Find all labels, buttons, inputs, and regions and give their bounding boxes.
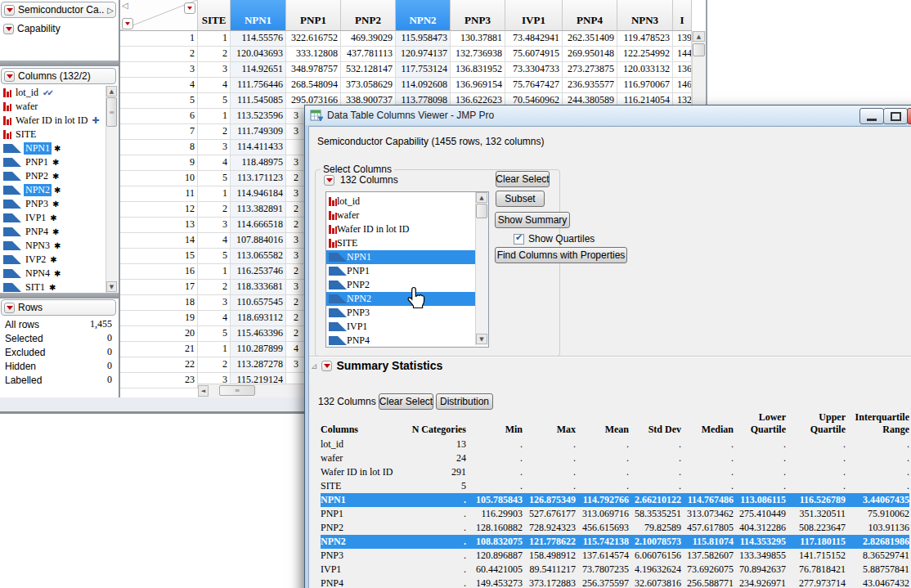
row-number-cell[interactable]: 14 — [120, 233, 198, 249]
grid-column-header[interactable]: IVP1 — [505, 0, 563, 31]
data-cell[interactable]: 120.033132 — [617, 62, 673, 78]
columns-scrollbar[interactable]: ▲ ≡ ▼ — [105, 86, 118, 293]
data-cell[interactable]: 107.884016 — [231, 233, 286, 249]
data-cell[interactable]: 4 — [198, 155, 231, 171]
data-cell[interactable]: 236.935577 — [563, 78, 617, 93]
dialog-column-item[interactable]: IVP1 — [326, 320, 488, 334]
minimize-button[interactable] — [859, 108, 884, 124]
chevron-right-icon[interactable]: ▷ — [107, 6, 115, 15]
distribution-button[interactable]: Distribution — [436, 393, 493, 410]
sidebar-column-item[interactable]: IVP2✱ — [0, 253, 105, 267]
data-cell[interactable]: 3 — [198, 295, 231, 311]
data-cell[interactable]: 348.978757 — [286, 62, 341, 78]
data-cell[interactable]: 114.55576 — [231, 31, 286, 47]
red-triangle-icon[interactable] — [4, 303, 15, 313]
dialog-column-item[interactable]: Wafer ID in lot ID — [326, 222, 488, 236]
row-number-cell[interactable]: 17 — [120, 280, 198, 295]
sidebar-column-item[interactable]: PNP2✱ — [0, 169, 105, 183]
red-triangle-icon[interactable] — [4, 5, 15, 16]
row-number-cell[interactable]: 3 — [120, 62, 198, 78]
table-panel-header[interactable]: Semiconductor Ca... ▷ — [1, 2, 116, 18]
data-cell[interactable]: 113.523596 — [231, 109, 286, 124]
data-cell[interactable]: 118.333681 — [231, 280, 286, 295]
dialog-column-item[interactable]: PNP4 — [326, 334, 488, 348]
data-cell[interactable]: 111.545085 — [231, 93, 286, 109]
summary-row[interactable]: PNP3.120.896887158.498912137.6145746.060… — [321, 549, 909, 563]
data-cell[interactable]: 1 — [198, 186, 231, 202]
show-summary-button[interactable]: Show Summary — [495, 212, 570, 228]
data-cell[interactable]: 2 — [198, 280, 231, 295]
grid-column-header[interactable]: I — [673, 0, 692, 31]
data-cell[interactable]: 4 — [198, 233, 231, 249]
data-cell[interactable]: 114.092608 — [396, 78, 451, 93]
summary-row[interactable]: NPN2.108.832075121.778622115.7421382.100… — [321, 535, 909, 549]
sidebar-column-item[interactable]: NPN3✱ — [0, 239, 105, 253]
row-number-cell[interactable]: 10 — [120, 171, 198, 186]
data-cell[interactable]: 73.4842941 — [505, 31, 563, 47]
row-number-cell[interactable]: 19 — [120, 311, 198, 326]
show-quartiles-checkbox[interactable]: ✔ — [514, 234, 524, 245]
row-number-cell[interactable]: 16 — [120, 264, 198, 280]
data-cell[interactable]: 113.382891 — [231, 202, 286, 218]
grid-column-header[interactable]: PNP4 — [563, 0, 617, 31]
data-cell[interactable]: 5 — [198, 93, 231, 109]
data-cell[interactable]: 146 — [673, 78, 692, 93]
data-cell[interactable]: 136 — [673, 62, 692, 78]
data-cell[interactable]: 114.946184 — [231, 186, 286, 202]
data-cell[interactable]: 113.065582 — [231, 249, 286, 264]
data-cell[interactable]: 75.6074915 — [505, 47, 563, 62]
data-cell[interactable]: 2 — [198, 202, 231, 218]
data-cell[interactable]: 111.756446 — [231, 78, 286, 93]
data-cell[interactable]: 139 — [673, 31, 692, 47]
panel-divider[interactable] — [0, 61, 119, 66]
data-cell[interactable]: 110.657545 — [231, 295, 286, 311]
grid-column-header[interactable]: PNP1 — [286, 0, 341, 31]
data-cell[interactable]: 111.749309 — [231, 124, 286, 140]
rows-menu-red-triangle-icon[interactable] — [122, 18, 133, 29]
scroll-thumb[interactable] — [476, 204, 487, 218]
red-triangle-icon[interactable] — [4, 71, 15, 82]
data-cell[interactable]: 3 — [198, 140, 231, 155]
row-number-cell[interactable]: 20 — [120, 326, 198, 342]
table-script-item[interactable]: Capability — [3, 23, 61, 34]
summary-row[interactable]: Wafer ID in lot ID291........ — [321, 465, 909, 479]
summary-row[interactable]: lot_id13........ — [321, 438, 909, 451]
data-cell[interactable]: 4 — [198, 78, 231, 93]
sidebar-column-item[interactable]: lot_id✔✔ — [0, 86, 105, 100]
data-cell[interactable]: 73.3304733 — [505, 62, 563, 78]
summary-row[interactable]: PNP2.128.160882728.924323456.61569379.82… — [321, 521, 909, 535]
row-number-cell[interactable]: 23 — [120, 373, 198, 388]
collapse-left-icon[interactable]: ◁ — [122, 1, 128, 10]
data-cell[interactable]: 117.753124 — [396, 62, 451, 78]
summary-row[interactable]: NPN1.105.785843126.875349114.7927662.662… — [321, 493, 909, 507]
row-number-cell[interactable]: 12 — [120, 202, 198, 218]
row-number-cell[interactable]: 2 — [120, 47, 198, 62]
data-cell[interactable]: 262.351409 — [563, 31, 617, 47]
collapse-triangle-icon[interactable]: ⊿ — [311, 361, 317, 370]
data-cell[interactable]: 3 — [198, 218, 231, 233]
red-triangle-icon[interactable] — [321, 361, 332, 371]
grid-corner-cell[interactable]: ◁ — [120, 0, 198, 31]
data-cell[interactable]: 119.478523 — [617, 31, 673, 47]
find-columns-button[interactable]: Find Columns with Properties — [495, 247, 627, 263]
scroll-up-icon[interactable]: ▲ — [693, 31, 705, 42]
data-cell[interactable]: 114.666518 — [231, 218, 286, 233]
columns-menu-red-triangle-icon[interactable] — [184, 2, 195, 14]
summary-clear-select-button[interactable]: Clear Select — [379, 393, 433, 410]
subset-button[interactable]: Subset — [496, 191, 545, 207]
data-cell[interactable]: 114.92651 — [231, 62, 286, 78]
data-cell[interactable]: 115.958473 — [396, 31, 451, 47]
panel-divider[interactable] — [0, 293, 119, 298]
row-number-cell[interactable]: 1 — [120, 31, 198, 47]
grid-column-header[interactable]: PNP3 — [451, 0, 505, 31]
data-cell[interactable]: 115.463396 — [231, 326, 286, 342]
data-cell[interactable]: 116.253746 — [231, 264, 286, 280]
scroll-up-icon[interactable]: ▲ — [476, 192, 487, 203]
scroll-thumb[interactable]: ≡ — [219, 385, 255, 396]
rows-panel-header[interactable]: Rows — [1, 299, 116, 316]
row-number-cell[interactable]: 11 — [120, 186, 198, 202]
data-cell[interactable]: 110.287899 — [231, 342, 286, 357]
summary-row[interactable]: PNP4.149.453273373.172883256.37559732.60… — [321, 577, 909, 588]
grid-column-header[interactable]: NPN3 — [617, 0, 673, 31]
data-cell[interactable]: 120.043693 — [231, 47, 286, 62]
